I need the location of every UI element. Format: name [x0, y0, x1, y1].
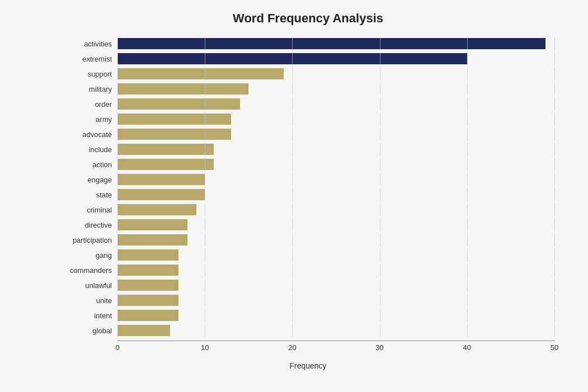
bar-row: military	[62, 82, 554, 96]
bar-wrapper	[117, 143, 554, 156]
bar-wrapper	[117, 173, 554, 186]
bar	[117, 129, 231, 140]
bar	[117, 144, 214, 155]
bar-label: support	[62, 70, 117, 78]
bar-chart: activitiesextremistsupportmilitaryordera…	[62, 37, 554, 337]
bar-row: directive	[62, 218, 554, 232]
bar-wrapper	[117, 218, 554, 232]
bar-wrapper	[117, 233, 554, 247]
bar-label: army	[62, 115, 117, 124]
bar-label: advocate	[62, 130, 117, 139]
bar	[117, 38, 545, 49]
bar-wrapper	[117, 37, 554, 50]
x-axis-label: 50	[551, 343, 558, 352]
bar-row: unite	[62, 294, 554, 307]
x-axis-label: 0	[115, 343, 119, 352]
bar	[117, 219, 187, 230]
bar-row: engage	[62, 173, 554, 186]
bar-wrapper	[117, 67, 554, 81]
bar-wrapper	[117, 294, 554, 307]
bar-label: include	[62, 145, 117, 154]
bar	[117, 68, 284, 79]
bar-wrapper	[117, 203, 554, 216]
bar	[117, 234, 187, 245]
bar-wrapper	[117, 82, 554, 96]
bar-row: extremist	[62, 52, 554, 65]
bar-label: state	[62, 191, 117, 199]
bar-label: activities	[62, 40, 117, 48]
bar	[117, 204, 196, 215]
bar-wrapper	[117, 158, 554, 171]
bar-row: include	[62, 143, 554, 156]
bar-label: order	[62, 100, 117, 108]
bar-row: unlawful	[62, 278, 554, 292]
chart-title: Word Frequency Analysis	[62, 11, 554, 26]
bar-label: unite	[62, 296, 117, 305]
bar	[117, 189, 205, 200]
bar-row: order	[62, 97, 554, 111]
bar	[117, 265, 178, 276]
bar	[117, 114, 231, 125]
bar-row: action	[62, 158, 554, 171]
bar	[117, 249, 178, 261]
bar-row: activities	[62, 37, 554, 50]
bar-label: directive	[62, 221, 117, 229]
bar-label: action	[62, 160, 117, 169]
bar	[117, 159, 214, 170]
bar-wrapper	[117, 263, 554, 277]
bar-row: advocate	[62, 127, 554, 141]
x-axis-label: 40	[463, 343, 471, 352]
bar-row: gang	[62, 248, 554, 262]
bar-row: support	[62, 67, 554, 81]
bar-wrapper	[117, 278, 554, 292]
bar-wrapper	[117, 127, 554, 141]
bar-row: criminal	[62, 203, 554, 216]
bar-row: state	[62, 188, 554, 201]
x-axis-label: 20	[288, 343, 296, 352]
bar-wrapper	[117, 52, 554, 65]
bar-wrapper	[117, 324, 554, 337]
bar	[117, 310, 178, 321]
bar-row: army	[62, 112, 554, 126]
bar-wrapper	[117, 309, 554, 322]
bar-row: participation	[62, 233, 554, 247]
bar-row: global	[62, 324, 554, 337]
bar-wrapper	[117, 188, 554, 201]
bar-label: gang	[62, 251, 117, 259]
bar-label: extremist	[62, 55, 117, 63]
bar	[117, 53, 467, 64]
bar	[117, 325, 170, 336]
bar-label: participation	[62, 236, 117, 244]
bar	[117, 280, 178, 291]
bar-wrapper	[117, 248, 554, 262]
bar	[117, 83, 248, 95]
bar-label: global	[62, 327, 117, 335]
bar-label: unlawful	[62, 281, 117, 290]
bar-wrapper	[117, 97, 554, 111]
bar	[117, 98, 240, 110]
bar-label: intent	[62, 311, 117, 320]
bar-label: criminal	[62, 206, 117, 214]
x-axis-label: 30	[375, 343, 383, 352]
bar-label: military	[62, 85, 117, 93]
chart-container: Word Frequency Analysis activitiesextrem…	[0, 0, 588, 392]
bar-row: commanders	[62, 263, 554, 277]
bar-label: commanders	[62, 266, 117, 275]
x-axis-label: 10	[201, 343, 209, 352]
bar	[117, 295, 178, 306]
bar-wrapper	[117, 112, 554, 126]
x-axis-title: Frequency	[62, 361, 554, 370]
bar-row: intent	[62, 309, 554, 322]
bar-label: engage	[62, 176, 117, 184]
bar	[117, 174, 205, 185]
